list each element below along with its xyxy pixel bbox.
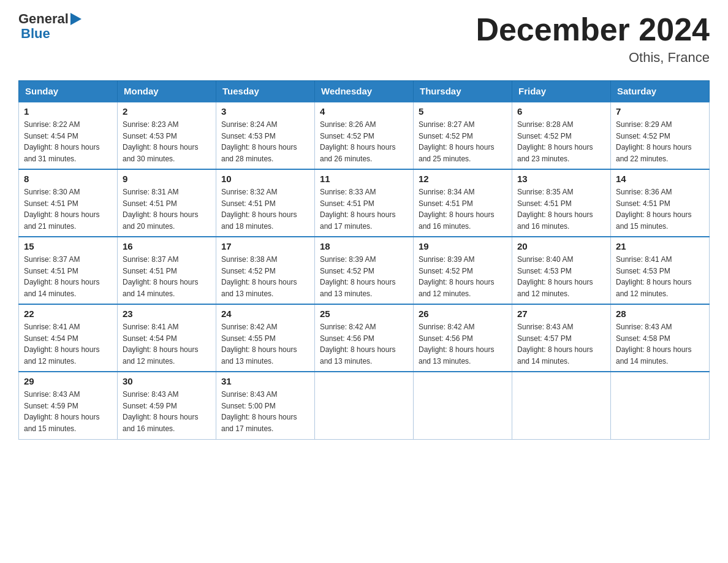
- day-number: 30: [123, 376, 211, 386]
- day-number: 19: [419, 241, 507, 251]
- day-info: Sunrise: 8:23 AMSunset: 4:53 PMDaylight:…: [123, 119, 211, 164]
- calendar-week-row: 22Sunrise: 8:41 AMSunset: 4:54 PMDayligh…: [19, 304, 710, 372]
- day-info: Sunrise: 8:29 AMSunset: 4:52 PMDaylight:…: [616, 119, 704, 164]
- calendar-week-row: 15Sunrise: 8:37 AMSunset: 4:51 PMDayligh…: [19, 237, 710, 304]
- day-number: 17: [221, 241, 309, 251]
- day-info: Sunrise: 8:32 AMSunset: 4:51 PMDaylight:…: [221, 186, 309, 232]
- calendar-cell: 21Sunrise: 8:41 AMSunset: 4:53 PMDayligh…: [611, 237, 710, 304]
- day-info: Sunrise: 8:37 AMSunset: 4:51 PMDaylight:…: [123, 254, 211, 299]
- calendar-cell: 15Sunrise: 8:37 AMSunset: 4:51 PMDayligh…: [19, 237, 118, 304]
- day-number: 20: [517, 241, 605, 251]
- day-number: 16: [123, 241, 211, 251]
- day-number: 24: [221, 308, 309, 319]
- weekday-header-sunday: Sunday: [19, 81, 118, 102]
- calendar-cell: 10Sunrise: 8:32 AMSunset: 4:51 PMDayligh…: [216, 169, 315, 237]
- day-info: Sunrise: 8:43 AMSunset: 5:00 PMDaylight:…: [221, 389, 309, 434]
- weekday-header-tuesday: Tuesday: [216, 81, 315, 102]
- calendar-cell: 5Sunrise: 8:27 AMSunset: 4:52 PMDaylight…: [414, 102, 512, 169]
- day-number: 8: [24, 174, 112, 184]
- day-info: Sunrise: 8:37 AMSunset: 4:51 PMDaylight:…: [24, 254, 112, 299]
- day-number: 26: [419, 308, 507, 319]
- day-info: Sunrise: 8:42 AMSunset: 4:56 PMDaylight:…: [320, 321, 408, 367]
- calendar-week-row: 1Sunrise: 8:22 AMSunset: 4:54 PMDaylight…: [19, 102, 710, 169]
- month-title: December 2024: [476, 12, 710, 47]
- calendar-week-row: 8Sunrise: 8:30 AMSunset: 4:51 PMDaylight…: [19, 169, 710, 237]
- day-number: 22: [24, 308, 112, 319]
- calendar-cell: 16Sunrise: 8:37 AMSunset: 4:51 PMDayligh…: [118, 237, 216, 304]
- day-number: 6: [517, 106, 605, 117]
- calendar-cell: 31Sunrise: 8:43 AMSunset: 5:00 PMDayligh…: [216, 372, 315, 439]
- day-info: Sunrise: 8:41 AMSunset: 4:54 PMDaylight:…: [24, 321, 112, 367]
- day-number: 14: [616, 174, 704, 184]
- calendar-cell: 20Sunrise: 8:40 AMSunset: 4:53 PMDayligh…: [512, 237, 611, 304]
- calendar-cell: 17Sunrise: 8:38 AMSunset: 4:52 PMDayligh…: [216, 237, 315, 304]
- calendar-cell: 26Sunrise: 8:42 AMSunset: 4:56 PMDayligh…: [414, 304, 512, 372]
- day-info: Sunrise: 8:22 AMSunset: 4:54 PMDaylight:…: [24, 119, 112, 164]
- calendar-cell: 11Sunrise: 8:33 AMSunset: 4:51 PMDayligh…: [315, 169, 414, 237]
- calendar-cell: 27Sunrise: 8:43 AMSunset: 4:57 PMDayligh…: [512, 304, 611, 372]
- day-number: 31: [221, 376, 309, 386]
- day-info: Sunrise: 8:27 AMSunset: 4:52 PMDaylight:…: [419, 119, 507, 164]
- day-info: Sunrise: 8:41 AMSunset: 4:53 PMDaylight:…: [616, 254, 704, 299]
- calendar-week-row: 29Sunrise: 8:43 AMSunset: 4:59 PMDayligh…: [19, 372, 710, 439]
- day-info: Sunrise: 8:24 AMSunset: 4:53 PMDaylight:…: [221, 119, 309, 164]
- weekday-header-saturday: Saturday: [611, 81, 710, 102]
- calendar-table: SundayMondayTuesdayWednesdayThursdayFrid…: [18, 80, 710, 440]
- title-area: December 2024 Othis, France: [476, 12, 710, 66]
- logo: General: [18, 12, 83, 26]
- day-number: 7: [616, 106, 704, 117]
- calendar-cell: 18Sunrise: 8:39 AMSunset: 4:52 PMDayligh…: [315, 237, 414, 304]
- day-info: Sunrise: 8:40 AMSunset: 4:53 PMDaylight:…: [517, 254, 605, 299]
- logo-area: General Blue: [18, 12, 83, 42]
- day-info: Sunrise: 8:42 AMSunset: 4:55 PMDaylight:…: [221, 321, 309, 367]
- day-info: Sunrise: 8:28 AMSunset: 4:52 PMDaylight:…: [517, 119, 605, 164]
- calendar-cell: 23Sunrise: 8:41 AMSunset: 4:54 PMDayligh…: [118, 304, 216, 372]
- day-number: 15: [24, 241, 112, 251]
- calendar-cell: 24Sunrise: 8:42 AMSunset: 4:55 PMDayligh…: [216, 304, 315, 372]
- weekday-header-wednesday: Wednesday: [315, 81, 414, 102]
- calendar-cell: 1Sunrise: 8:22 AMSunset: 4:54 PMDaylight…: [19, 102, 118, 169]
- day-info: Sunrise: 8:43 AMSunset: 4:59 PMDaylight:…: [24, 389, 112, 434]
- day-info: Sunrise: 8:38 AMSunset: 4:52 PMDaylight:…: [221, 254, 309, 299]
- day-info: Sunrise: 8:43 AMSunset: 4:57 PMDaylight:…: [517, 321, 605, 367]
- day-info: Sunrise: 8:39 AMSunset: 4:52 PMDaylight:…: [320, 254, 408, 299]
- day-info: Sunrise: 8:30 AMSunset: 4:51 PMDaylight:…: [24, 186, 112, 232]
- day-number: 25: [320, 308, 408, 319]
- weekday-header-thursday: Thursday: [414, 81, 512, 102]
- calendar-cell: 19Sunrise: 8:39 AMSunset: 4:52 PMDayligh…: [414, 237, 512, 304]
- calendar-cell: 25Sunrise: 8:42 AMSunset: 4:56 PMDayligh…: [315, 304, 414, 372]
- day-number: 5: [419, 106, 507, 117]
- calendar-cell: 14Sunrise: 8:36 AMSunset: 4:51 PMDayligh…: [611, 169, 710, 237]
- weekday-header-row: SundayMondayTuesdayWednesdayThursdayFrid…: [19, 81, 710, 102]
- day-info: Sunrise: 8:34 AMSunset: 4:51 PMDaylight:…: [419, 186, 507, 232]
- day-info: Sunrise: 8:39 AMSunset: 4:52 PMDaylight:…: [419, 254, 507, 299]
- calendar-cell: 3Sunrise: 8:24 AMSunset: 4:53 PMDaylight…: [216, 102, 315, 169]
- day-number: 3: [221, 106, 309, 117]
- day-info: Sunrise: 8:41 AMSunset: 4:54 PMDaylight:…: [123, 321, 211, 367]
- calendar-cell: 28Sunrise: 8:43 AMSunset: 4:58 PMDayligh…: [611, 304, 710, 372]
- calendar-cell: [512, 372, 611, 439]
- day-number: 11: [320, 174, 408, 184]
- day-number: 12: [419, 174, 507, 184]
- logo-triangle-icon: [70, 13, 82, 25]
- calendar-cell: 6Sunrise: 8:28 AMSunset: 4:52 PMDaylight…: [512, 102, 611, 169]
- day-info: Sunrise: 8:26 AMSunset: 4:52 PMDaylight:…: [320, 119, 408, 164]
- calendar-cell: 7Sunrise: 8:29 AMSunset: 4:52 PMDaylight…: [611, 102, 710, 169]
- day-info: Sunrise: 8:43 AMSunset: 4:59 PMDaylight:…: [123, 389, 211, 434]
- day-number: 29: [24, 376, 112, 386]
- calendar-cell: 9Sunrise: 8:31 AMSunset: 4:51 PMDaylight…: [118, 169, 216, 237]
- page-header: General Blue December 2024 Othis, France: [18, 12, 710, 66]
- day-number: 23: [123, 308, 211, 319]
- logo-blue-text: Blue: [21, 26, 50, 42]
- day-info: Sunrise: 8:36 AMSunset: 4:51 PMDaylight:…: [616, 186, 704, 232]
- calendar-cell: 29Sunrise: 8:43 AMSunset: 4:59 PMDayligh…: [19, 372, 118, 439]
- day-number: 13: [517, 174, 605, 184]
- calendar-cell: 8Sunrise: 8:30 AMSunset: 4:51 PMDaylight…: [19, 169, 118, 237]
- day-number: 2: [123, 106, 211, 117]
- day-number: 21: [616, 241, 704, 251]
- weekday-header-monday: Monday: [118, 81, 216, 102]
- day-number: 18: [320, 241, 408, 251]
- day-number: 28: [616, 308, 704, 319]
- day-number: 4: [320, 106, 408, 117]
- calendar-cell: 30Sunrise: 8:43 AMSunset: 4:59 PMDayligh…: [118, 372, 216, 439]
